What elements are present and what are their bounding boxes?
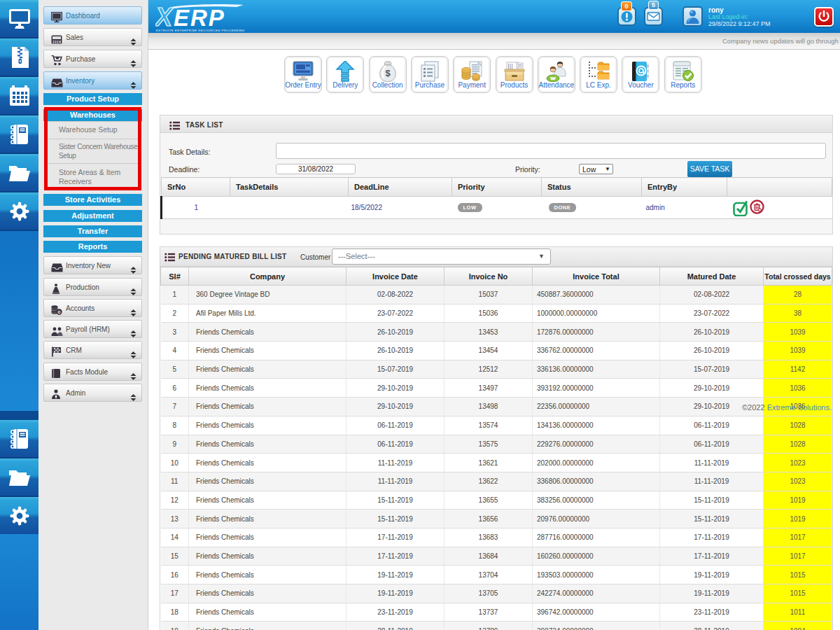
svg-text:X: X [155, 3, 174, 31]
svg-text:o: o [57, 309, 60, 314]
svg-text:$: $ [385, 68, 391, 78]
svg-text:EXTROITE ENTERPRISE RECOURCES: EXTROITE ENTERPRISE RECOURCES PROCESSING [156, 29, 245, 32]
svg-text:ERP: ERP [174, 5, 225, 31]
